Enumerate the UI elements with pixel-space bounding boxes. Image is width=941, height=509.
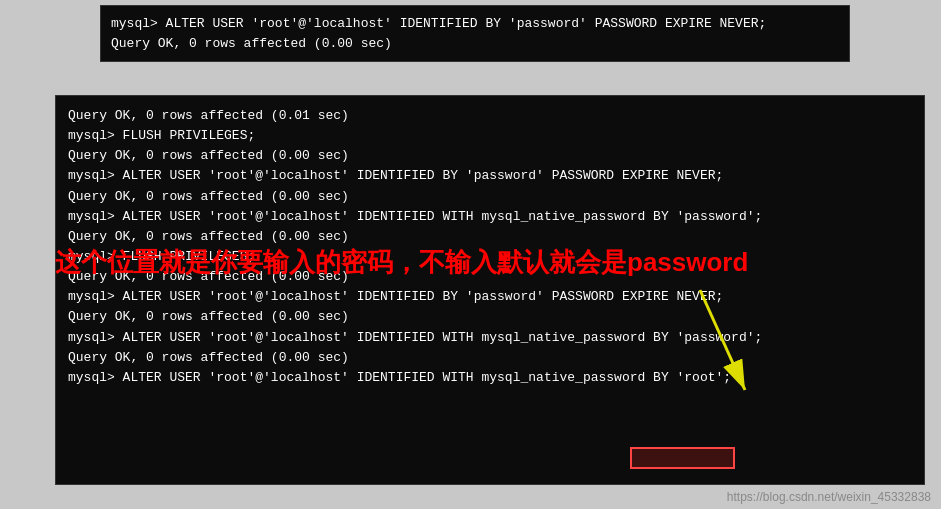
terminal-line-18: Query OK, 0 rows affected (0.00 sec)	[68, 348, 912, 368]
terminal-line-5: mysql> ALTER USER 'root'@'localhost' IDE…	[68, 166, 912, 186]
highlight-box	[630, 447, 735, 469]
arrow-icon	[690, 285, 770, 405]
main-terminal-window: Query OK, 0 rows affected (0.01 sec) mys…	[55, 95, 925, 485]
terminal-line-9: Query OK, 0 rows affected (0.00 sec)	[68, 227, 912, 247]
terminal-line-20: mysql> ALTER USER 'root'@'localhost' IDE…	[68, 368, 912, 388]
terminal-line-0: Query OK, 0 rows affected (0.01 sec)	[68, 106, 912, 126]
terminal-line-3: Query OK, 0 rows affected (0.00 sec)	[68, 146, 912, 166]
terminal-line-2: mysql> FLUSH PRIVILEGES;	[68, 126, 912, 146]
terminal-line-15: Query OK, 0 rows affected (0.00 sec)	[68, 307, 912, 327]
annotation-text: 这个位置就是你要输入的密码，不输入默认就会是password	[55, 245, 748, 280]
terminal-line-6: Query OK, 0 rows affected (0.00 sec)	[68, 187, 912, 207]
terminal-line-14: mysql> ALTER USER 'root'@'localhost' IDE…	[68, 287, 912, 307]
top-terminal-line-1: mysql> ALTER USER 'root'@'localhost' IDE…	[111, 14, 839, 34]
watermark-text: https://blog.csdn.net/weixin_45332838	[727, 490, 931, 504]
terminal-line-8: mysql> ALTER USER 'root'@'localhost' IDE…	[68, 207, 912, 227]
top-terminal-window: mysql> ALTER USER 'root'@'localhost' IDE…	[100, 5, 850, 62]
terminal-line-17: mysql> ALTER USER 'root'@'localhost' IDE…	[68, 328, 912, 348]
svg-line-1	[700, 290, 745, 390]
top-terminal-line-2: Query OK, 0 rows affected (0.00 sec)	[111, 34, 839, 54]
